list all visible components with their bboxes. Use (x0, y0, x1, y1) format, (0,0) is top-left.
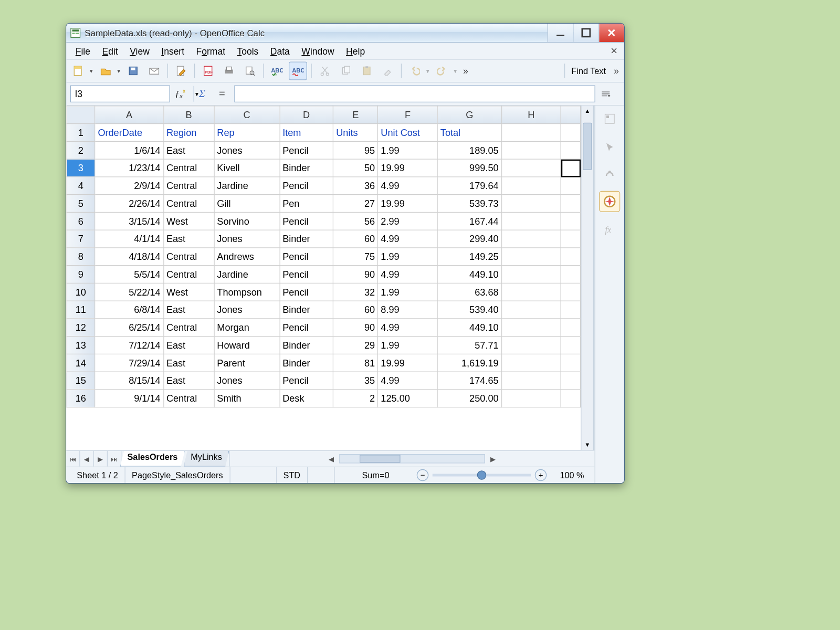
export-pdf-button[interactable]: PDF (199, 62, 217, 80)
cell-H8[interactable] (501, 248, 561, 266)
cut-button[interactable] (316, 62, 334, 80)
col-header-C[interactable]: C (214, 106, 280, 124)
cell-B8[interactable]: Central (163, 248, 214, 266)
open-button[interactable] (97, 62, 115, 80)
minimize-button[interactable] (548, 24, 573, 42)
col-header-H[interactable]: H (501, 106, 561, 124)
function-equals-button[interactable]: = (215, 88, 229, 100)
sheet-tab-salesorders[interactable]: SalesOrders (120, 451, 185, 467)
cell-D9[interactable]: Pencil (280, 266, 333, 284)
cell-E13[interactable]: 29 (333, 337, 378, 354)
vertical-scrollbar[interactable]: ▲ ▼ (581, 106, 594, 450)
cell-D12[interactable]: Pencil (280, 319, 333, 337)
sidebar-functions-icon[interactable]: fx (599, 218, 620, 239)
cell-A15[interactable]: 8/15/14 (95, 372, 163, 390)
select-all-corner[interactable] (67, 106, 95, 124)
row-header-4[interactable]: 4 (67, 177, 95, 195)
cell-A7[interactable]: 4/1/14 (95, 230, 163, 248)
tab-nav-prev[interactable]: ◀ (80, 451, 94, 467)
cell-A3[interactable]: 1/23/14 (95, 159, 163, 177)
cell-H11[interactable] (501, 301, 561, 319)
cell-B4[interactable]: Central (163, 177, 214, 195)
cell-E11[interactable]: 60 (333, 301, 378, 319)
col-header-I[interactable] (561, 106, 581, 124)
cell-G12[interactable]: 449.10 (437, 319, 501, 337)
cell-E14[interactable]: 81 (333, 354, 378, 372)
new-document-button[interactable] (69, 62, 87, 80)
cell-E1[interactable]: Units (333, 124, 378, 142)
cell-B1[interactable]: Region (163, 124, 214, 142)
cell-I13[interactable] (561, 337, 581, 354)
save-button[interactable] (124, 62, 142, 80)
menu-format[interactable]: Format (191, 44, 230, 57)
menu-view[interactable]: View (124, 44, 155, 57)
row-header-16[interactable]: 16 (67, 390, 95, 407)
maximize-button[interactable] (573, 24, 598, 42)
new-document-dropdown[interactable]: ▼ (89, 68, 94, 74)
toolbar-overflow-button[interactable]: » (460, 66, 471, 76)
cell-D10[interactable]: Pencil (280, 283, 333, 301)
close-button[interactable]: ✕ (598, 24, 624, 42)
cell-E6[interactable]: 56 (333, 212, 378, 230)
spreadsheet-grid[interactable]: A B C D E F G H (66, 106, 581, 407)
cell-H9[interactable] (501, 266, 561, 284)
cell-G13[interactable]: 57.71 (437, 337, 501, 354)
cell-I1[interactable] (561, 124, 581, 142)
cell-B14[interactable]: East (163, 354, 214, 372)
scroll-down-arrow[interactable]: ▼ (582, 440, 594, 450)
cell-H13[interactable] (501, 337, 561, 354)
sum-button[interactable]: Σ (195, 88, 209, 100)
autospellcheck-button[interactable]: ABC (289, 62, 307, 80)
row-header-12[interactable]: 12 (67, 319, 95, 337)
cell-I5[interactable] (561, 195, 581, 213)
cell-A10[interactable]: 5/22/14 (95, 283, 163, 301)
status-pagestyle[interactable]: PageStyle_SalesOrders (125, 467, 230, 483)
menu-file[interactable]: File (70, 44, 96, 57)
cell-G14[interactable]: 1,619.19 (437, 354, 501, 372)
cell-E8[interactable]: 75 (333, 248, 378, 266)
cell-F15[interactable]: 4.99 (378, 372, 437, 390)
cell-F2[interactable]: 1.99 (378, 141, 437, 159)
cell-H10[interactable] (501, 283, 561, 301)
spellcheck-button[interactable]: ABC (268, 62, 286, 80)
print-button[interactable] (220, 62, 238, 80)
row-header-5[interactable]: 5 (67, 195, 95, 213)
cell-C1[interactable]: Rep (214, 124, 280, 142)
cell-F3[interactable]: 19.99 (378, 159, 437, 177)
row-header-6[interactable]: 6 (67, 212, 95, 230)
cell-D2[interactable]: Pencil (280, 141, 333, 159)
cell-G10[interactable]: 63.68 (437, 283, 501, 301)
cell-A12[interactable]: 6/25/14 (95, 319, 163, 337)
cell-F6[interactable]: 2.99 (378, 212, 437, 230)
cell-D8[interactable]: Pencil (280, 248, 333, 266)
cell-H3[interactable] (501, 159, 561, 177)
zoom-out-button[interactable]: − (417, 469, 429, 481)
cell-B2[interactable]: East (163, 141, 214, 159)
tab-nav-next[interactable]: ▶ (94, 451, 108, 467)
cell-I8[interactable] (561, 248, 581, 266)
menu-insert[interactable]: Insert (156, 44, 190, 57)
cell-G11[interactable]: 539.40 (437, 301, 501, 319)
cell-C2[interactable]: Jones (214, 141, 280, 159)
cell-A4[interactable]: 2/9/14 (95, 177, 163, 195)
sidebar-properties-icon[interactable] (599, 108, 620, 129)
cell-A13[interactable]: 7/12/14 (95, 337, 163, 354)
cell-A14[interactable]: 7/29/14 (95, 354, 163, 372)
cell-B9[interactable]: Central (163, 266, 214, 284)
cell-D4[interactable]: Pencil (280, 177, 333, 195)
col-header-A[interactable]: A (95, 106, 163, 124)
cell-I10[interactable] (561, 283, 581, 301)
cell-F11[interactable]: 8.99 (378, 301, 437, 319)
cell-G8[interactable]: 149.25 (437, 248, 501, 266)
cell-C15[interactable]: Jones (214, 372, 280, 390)
cell-G2[interactable]: 189.05 (437, 141, 501, 159)
hscroll-right[interactable]: ▶ (490, 455, 496, 463)
cell-D1[interactable]: Item (280, 124, 333, 142)
cell-F8[interactable]: 1.99 (378, 248, 437, 266)
cell-H15[interactable] (501, 372, 561, 390)
cell-B15[interactable]: East (163, 372, 214, 390)
cell-A5[interactable]: 2/26/14 (95, 195, 163, 213)
find-text-label[interactable]: Find Text (569, 66, 608, 76)
cell-D7[interactable]: Binder (280, 230, 333, 248)
cell-D13[interactable]: Binder (280, 337, 333, 354)
